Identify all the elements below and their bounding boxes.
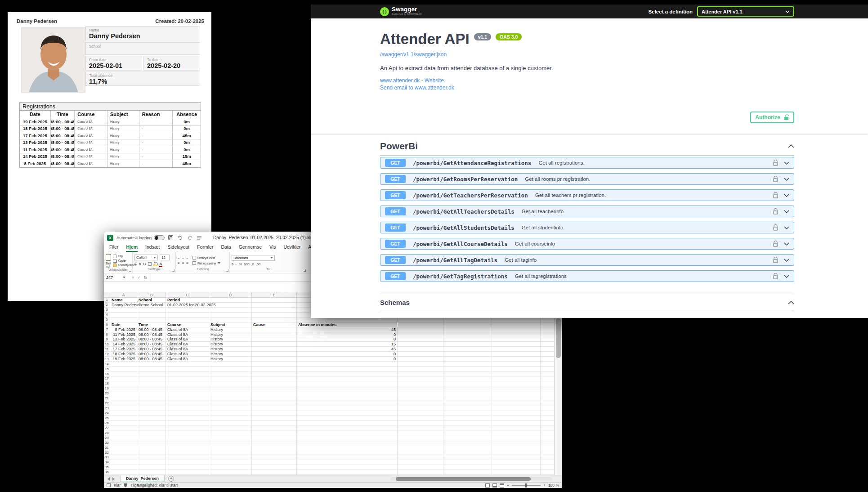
cell[interactable]: 0 xyxy=(297,337,398,342)
cell[interactable] xyxy=(541,440,555,445)
cell[interactable] xyxy=(541,367,555,371)
row-header-16[interactable]: 16 xyxy=(104,371,110,376)
cell[interactable] xyxy=(166,420,209,425)
cell[interactable] xyxy=(297,367,398,371)
spec-link[interactable]: /swagger/v1.1/swagger.json xyxy=(380,51,794,58)
cell[interactable] xyxy=(137,406,166,411)
cell[interactable] xyxy=(252,430,297,435)
cell[interactable] xyxy=(209,371,252,376)
cell[interactable] xyxy=(443,352,492,357)
cell[interactable] xyxy=(110,313,137,318)
cell[interactable] xyxy=(166,411,209,416)
align-middle-icon[interactable]: ≡ xyxy=(182,256,185,260)
cell[interactable] xyxy=(110,425,137,430)
cell[interactable] xyxy=(110,411,137,416)
schemas-section-header[interactable]: Schemas xyxy=(380,294,794,310)
cell[interactable]: 0 xyxy=(297,357,398,362)
cell[interactable] xyxy=(137,396,166,401)
cell[interactable] xyxy=(166,371,209,376)
cell[interactable]: History xyxy=(209,352,252,357)
cell[interactable] xyxy=(541,386,555,391)
align-center-icon[interactable]: ≡ xyxy=(182,261,185,265)
chevron-up-icon[interactable] xyxy=(788,144,794,148)
cell[interactable] xyxy=(492,406,541,411)
row-header-20[interactable]: 20 xyxy=(104,391,110,396)
cell[interactable] xyxy=(209,460,252,465)
cell[interactable] xyxy=(492,322,541,327)
cell[interactable] xyxy=(110,455,137,460)
cell[interactable] xyxy=(252,440,297,445)
cell[interactable]: Danny Pedersen xyxy=(110,303,137,308)
cell[interactable] xyxy=(398,406,443,411)
cell[interactable] xyxy=(492,347,541,352)
cell[interactable] xyxy=(252,401,297,406)
select-all-corner[interactable] xyxy=(104,292,110,297)
cell[interactable] xyxy=(110,430,137,435)
cell[interactable] xyxy=(297,450,398,455)
chevron-down-icon[interactable] xyxy=(784,259,789,262)
cell[interactable] xyxy=(110,406,137,411)
cell[interactable] xyxy=(252,342,297,347)
cell[interactable] xyxy=(492,455,541,460)
prev-sheet-icon[interactable] xyxy=(107,477,110,481)
cell[interactable] xyxy=(541,391,555,396)
cell[interactable] xyxy=(398,460,443,465)
cell[interactable] xyxy=(209,386,252,391)
vertical-scrollbar[interactable] xyxy=(555,292,562,475)
cell[interactable]: Class of 8A xyxy=(166,337,209,342)
cell[interactable]: 13 Feb 2025 xyxy=(110,337,137,342)
cell[interactable] xyxy=(541,430,555,435)
cell[interactable] xyxy=(492,357,541,362)
row-header-1[interactable]: 1 xyxy=(104,298,110,303)
row-header-29[interactable]: 29 xyxy=(104,435,110,440)
thousands-format-icon[interactable]: 000 xyxy=(244,262,250,266)
endpoint-row[interactable]: GET /powerbi/GetAllTagDetails Get all ta… xyxy=(380,254,794,266)
cell[interactable] xyxy=(443,322,492,327)
underline-button[interactable]: U xyxy=(143,262,147,266)
cell[interactable] xyxy=(209,396,252,401)
currency-format-icon[interactable]: $ ⌄ xyxy=(232,262,237,266)
cell[interactable] xyxy=(492,445,541,450)
cell[interactable] xyxy=(166,376,209,381)
cell[interactable] xyxy=(209,465,252,470)
cell[interactable] xyxy=(398,445,443,450)
percent-format-icon[interactable]: % xyxy=(239,262,242,266)
cell[interactable] xyxy=(492,327,541,332)
cell[interactable] xyxy=(252,352,297,357)
cell[interactable] xyxy=(252,460,297,465)
cell[interactable] xyxy=(443,337,492,342)
cell[interactable] xyxy=(443,391,492,396)
cell[interactable]: Class of 8A xyxy=(166,327,209,332)
cell[interactable] xyxy=(443,357,492,362)
cell[interactable] xyxy=(209,445,252,450)
cell[interactable] xyxy=(541,327,555,332)
cell[interactable] xyxy=(166,386,209,391)
cell[interactable] xyxy=(137,376,166,381)
ribbon-tab[interactable]: Sidelayout xyxy=(167,244,189,252)
cell[interactable] xyxy=(137,371,166,376)
cell[interactable] xyxy=(252,376,297,381)
font-name-select[interactable]: Calibri xyxy=(134,255,158,260)
cell[interactable] xyxy=(541,455,555,460)
cell[interactable] xyxy=(137,470,166,475)
cell[interactable]: History xyxy=(209,332,252,337)
save-icon[interactable] xyxy=(168,235,173,240)
cancel-entry-icon[interactable]: × xyxy=(132,275,134,280)
redo-icon[interactable] xyxy=(187,236,193,240)
cell[interactable] xyxy=(137,416,166,421)
paste-button[interactable]: Sæt ind xyxy=(106,253,111,268)
cell[interactable] xyxy=(110,450,137,455)
schema-model-attendanceregistration[interactable]: AttendanceRegistration xyxy=(380,317,794,318)
cell[interactable] xyxy=(209,367,252,371)
cell[interactable] xyxy=(443,401,492,406)
cell[interactable] xyxy=(492,435,541,440)
row-header-33[interactable]: 33 xyxy=(104,455,110,460)
cell[interactable] xyxy=(209,362,252,367)
horizontal-scrollbar[interactable] xyxy=(390,477,552,481)
cell[interactable] xyxy=(110,386,137,391)
column-header-A[interactable]: A xyxy=(110,292,137,297)
cell[interactable] xyxy=(166,425,209,430)
cell[interactable] xyxy=(297,362,398,367)
cell[interactable] xyxy=(110,465,137,470)
cell[interactable] xyxy=(541,352,555,357)
